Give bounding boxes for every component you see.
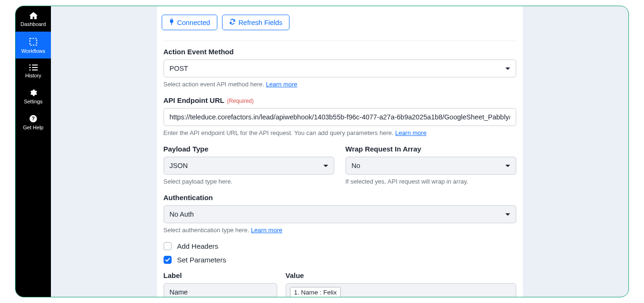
authentication-value: No Auth (170, 210, 194, 218)
param-value-input[interactable]: 1. Name : Felix (286, 283, 516, 297)
payload-type-label: Payload Type (164, 145, 334, 153)
wrap-array-label: Wrap Request In Array (346, 145, 516, 153)
api-url-value: https://teleduce.corefactors.in/lead/api… (170, 113, 510, 121)
set-parameters-checkbox[interactable] (164, 256, 172, 264)
authentication-label: Authentication (164, 194, 516, 202)
svg-rect-0 (30, 38, 36, 45)
sidebar-item-label: History (25, 73, 41, 78)
param-label-input[interactable]: Name (164, 283, 277, 297)
action-method-select[interactable]: POST (164, 59, 516, 77)
payload-type-select[interactable]: JSON (164, 157, 334, 175)
sidebar-item-history[interactable]: History (16, 59, 51, 83)
chevron-down-icon (323, 165, 328, 167)
connected-button-label: Connected (177, 19, 210, 26)
wrap-array-select[interactable]: No (346, 157, 516, 175)
history-icon (29, 64, 38, 71)
home-icon (29, 12, 38, 19)
content-wrapper: Connected Refresh Fields Action Event Me… (51, 6, 628, 297)
chevron-down-icon (505, 213, 510, 216)
add-headers-checkbox[interactable] (164, 242, 172, 250)
refresh-icon (229, 18, 236, 26)
action-method-value: POST (170, 65, 188, 72)
help-icon: ? (29, 115, 37, 123)
authentication-help: Select authentication type here. Learn m… (164, 227, 516, 234)
authentication-select[interactable]: No Auth (164, 205, 516, 223)
action-method-label: Action Event Method (164, 48, 516, 56)
learn-more-link[interactable]: Learn more (395, 129, 426, 136)
sidebar-item-label: Get Help (23, 125, 43, 130)
chevron-down-icon (505, 165, 510, 167)
sidebar-item-label: Settings (24, 99, 43, 104)
gear-icon (29, 89, 37, 97)
wrap-array-help: If selected yes, API request will wrap i… (346, 178, 516, 185)
payload-type-value: JSON (170, 162, 188, 169)
param-label-value: Name (170, 288, 188, 296)
sidebar-item-label: Workflows (21, 48, 45, 54)
refresh-fields-button[interactable]: Refresh Fields (222, 15, 289, 30)
api-url-input[interactable]: https://teleduce.corefactors.in/lead/api… (164, 108, 516, 126)
sidebar-item-get-help[interactable]: ? Get Help (16, 109, 51, 135)
param-value-header: Value (286, 271, 516, 279)
sidebar: Dashboard Workflows History Settings ? G… (16, 6, 51, 297)
api-url-help: Enter the API endpoint URL for the API r… (164, 129, 516, 136)
sidebar-item-label: Dashboard (21, 21, 46, 27)
action-method-help: Select action event API method here. Lea… (164, 81, 516, 88)
workflow-icon (29, 37, 38, 46)
plug-icon (169, 18, 174, 26)
content-panel: Connected Refresh Fields Action Event Me… (157, 6, 523, 297)
learn-more-link[interactable]: Learn more (251, 227, 282, 234)
param-label-header: Label (164, 271, 277, 279)
add-headers-label: Add Headers (177, 242, 219, 250)
set-parameters-label: Set Parameters (177, 256, 226, 264)
payload-type-help: Select payload type here. (164, 178, 334, 185)
api-url-label: API Endpoint URL (Required) (164, 96, 516, 104)
divider (164, 41, 516, 41)
sidebar-item-dashboard[interactable]: Dashboard (16, 6, 51, 32)
chevron-down-icon (505, 67, 510, 70)
svg-text:?: ? (32, 116, 34, 121)
learn-more-link[interactable]: Learn more (266, 81, 297, 88)
sidebar-item-workflows[interactable]: Workflows (16, 32, 51, 59)
refresh-fields-button-label: Refresh Fields (239, 19, 282, 26)
required-tag: (Required) (227, 98, 254, 104)
connected-button[interactable]: Connected (162, 15, 217, 30)
param-value-chip[interactable]: 1. Name : Felix (290, 287, 341, 297)
sidebar-item-settings[interactable]: Settings (16, 83, 51, 109)
wrap-array-value: No (352, 162, 361, 169)
